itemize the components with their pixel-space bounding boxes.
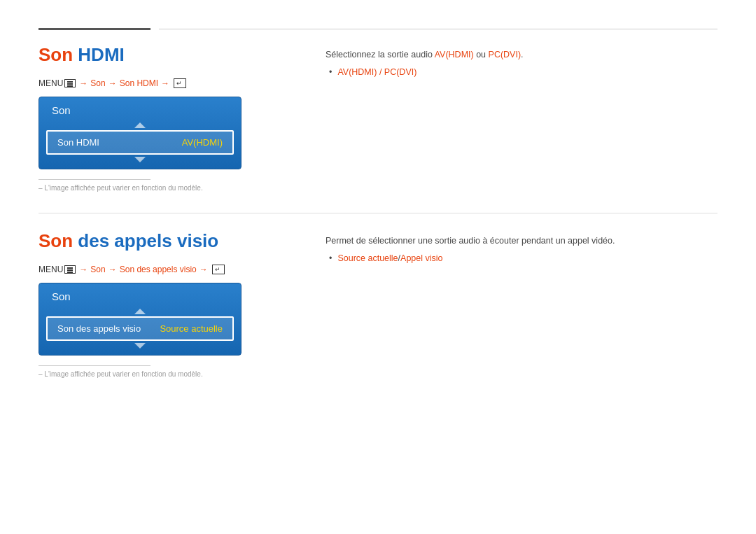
desc-period: . <box>521 50 523 59</box>
title-appels-word: des appels visio <box>73 230 218 251</box>
breadcrumb-appels: Son des appels visio <box>120 265 197 274</box>
menu-path-appels: MENU → Son → Son des appels visio → <box>38 265 318 274</box>
tv-menu-header-hdmi: Son <box>39 97 241 120</box>
arrow2b: → <box>108 265 117 274</box>
tv-menu-item-value-appels: Source actuelle <box>160 323 223 334</box>
tv-menu-item-hdmi[interactable]: Son HDMI AV(HDMI) <box>46 130 234 155</box>
arrow2: → <box>108 78 117 88</box>
menu-label2: MENU <box>38 265 63 274</box>
section-divider-mid <box>38 213 718 213</box>
desc-ou: ou <box>474 50 489 59</box>
tv-menu-appels: Son Son des appels visio Source actuelle <box>38 283 241 356</box>
tv-menu-arrow-down-appels <box>39 341 241 351</box>
section-title-appels: Son des appels visio <box>38 230 318 252</box>
desc-link-pcdvi: PC(DVI) <box>489 50 522 59</box>
desc-text-hdmi: Sélectionnez la sortie audio AV(HDMI) ou… <box>326 48 718 62</box>
arrow1: → <box>79 78 88 88</box>
section-title-hdmi: Son HDMI <box>38 44 318 66</box>
tv-menu-item-label-appels: Son des appels visio <box>57 323 141 334</box>
page-container: Son HDMI MENU → Son → Son HDMI → Son Son… <box>0 0 756 427</box>
menu-icon <box>64 79 76 87</box>
tv-menu-arrow-down-hdmi <box>39 155 241 164</box>
breadcrumb-son: Son <box>90 78 105 88</box>
menu-label: MENU <box>38 78 63 88</box>
divider-right <box>159 29 718 29</box>
menu-path-hdmi: MENU → Son → Son HDMI → <box>38 78 318 88</box>
title-son-word: Son <box>38 44 73 65</box>
footnote-divider-hdmi <box>38 179 150 180</box>
desc-bullet-hdmi: AV(HDMI) / PC(DVI) <box>329 67 718 77</box>
enter-icon <box>174 78 186 88</box>
section-son-hdmi: Son HDMI MENU → Son → Son HDMI → Son Son… <box>38 44 718 192</box>
desc-link-avhdmi: AV(HDMI) <box>435 50 474 59</box>
breadcrumb-son2: Son <box>90 265 105 274</box>
desc-bullet-appels: Source actuelle / Appel visio <box>329 253 718 263</box>
svg-marker-2 <box>134 309 146 314</box>
tv-menu-item-appels[interactable]: Son des appels visio Source actuelle <box>46 316 234 341</box>
section-right-appels: Permet de sélectionner une sortie audio … <box>318 230 718 378</box>
section-right-hdmi: Sélectionnez la sortie audio AV(HDMI) ou… <box>318 44 718 192</box>
title-son-word2: Son <box>38 230 73 251</box>
arrow3b: → <box>200 265 208 274</box>
desc-intro-hdmi: Sélectionnez la sortie audio <box>326 50 435 59</box>
desc-text-appels: Permet de sélectionner une sortie audio … <box>326 234 718 248</box>
breadcrumb-son-hdmi: Son HDMI <box>120 78 158 88</box>
tv-menu-item-label-hdmi: Son HDMI <box>57 137 99 148</box>
enter-icon2 <box>212 265 225 274</box>
tv-menu-arrow-up-hdmi <box>39 120 241 130</box>
bullet-avhdmi-pcdvi: AV(HDMI) / PC(DVI) <box>337 67 416 77</box>
arrow3: → <box>161 78 169 88</box>
bullet-appel-visio: Appel visio <box>400 253 442 263</box>
arrow1b: → <box>79 265 88 274</box>
menu-icon2 <box>64 265 76 274</box>
title-hdmi-word: HDMI <box>73 44 125 65</box>
tv-menu-header-appels: Son <box>39 283 241 307</box>
tv-menu-item-value-hdmi: AV(HDMI) <box>182 137 223 148</box>
svg-marker-3 <box>134 343 146 349</box>
section-son-appels: Son des appels visio MENU → Son → Son de… <box>38 230 718 378</box>
section-left-hdmi: Son HDMI MENU → Son → Son HDMI → Son Son… <box>38 44 318 192</box>
footnote-appels: – L'image affichée peut varier en foncti… <box>38 370 318 378</box>
tv-menu-hdmi: Son Son HDMI AV(HDMI) <box>38 97 241 169</box>
section-left-appels: Son des appels visio MENU → Son → Son de… <box>38 230 318 378</box>
top-divider <box>38 28 718 30</box>
svg-marker-0 <box>134 122 146 128</box>
footnote-hdmi: – L'image affichée peut varier en foncti… <box>38 184 318 192</box>
divider-left <box>38 28 150 30</box>
svg-marker-1 <box>134 157 146 162</box>
footnote-divider-appels <box>38 365 150 366</box>
tv-menu-arrow-up-appels <box>39 307 241 316</box>
bullet-source-actuelle: Source actuelle <box>337 253 398 263</box>
